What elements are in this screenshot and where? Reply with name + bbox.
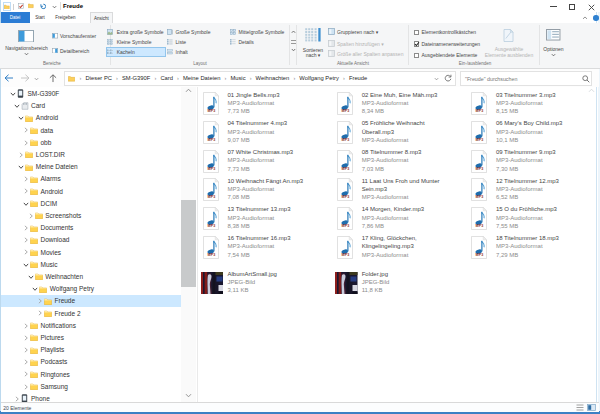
- svg-text:MP3: MP3: [342, 224, 350, 228]
- svg-text:MP3: MP3: [476, 110, 484, 114]
- svg-text:MP3: MP3: [476, 253, 484, 257]
- svg-text:MP3: MP3: [476, 167, 484, 171]
- svg-text:MP3: MP3: [476, 224, 484, 228]
- svg-text:MP3: MP3: [476, 138, 484, 142]
- svg-text:MP3: MP3: [208, 253, 216, 257]
- svg-text:MP3: MP3: [342, 138, 350, 142]
- svg-text:MP3: MP3: [342, 253, 350, 257]
- svg-text:MP3: MP3: [208, 224, 216, 228]
- svg-text:MP3: MP3: [342, 110, 350, 114]
- svg-text:MP3: MP3: [208, 196, 216, 200]
- svg-text:MP3: MP3: [208, 167, 216, 171]
- svg-text:MP3: MP3: [342, 167, 350, 171]
- svg-text:MP3: MP3: [208, 110, 216, 114]
- svg-text:MP3: MP3: [342, 196, 350, 200]
- svg-text:MP3: MP3: [208, 138, 216, 142]
- svg-text:MP3: MP3: [476, 196, 484, 200]
